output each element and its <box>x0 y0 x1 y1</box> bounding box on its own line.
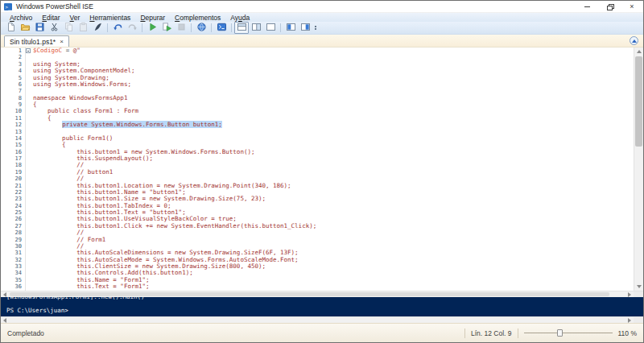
tab-close-icon[interactable]: × <box>60 39 64 45</box>
line-number: 32 <box>1 257 22 263</box>
run-script-button[interactable] <box>145 22 159 34</box>
collapse-script-pane-button[interactable] <box>630 36 638 45</box>
line-number: 29 <box>1 237 22 243</box>
start-powershell-button[interactable] <box>214 22 229 34</box>
script-pane-top-button[interactable] <box>234 22 249 34</box>
line-number: 24 <box>1 203 22 209</box>
paste-button[interactable] <box>76 22 90 34</box>
new-script-button[interactable] <box>3 22 18 34</box>
copy-icon <box>64 21 74 35</box>
code-text: this.Text = "Form1"; <box>33 283 150 290</box>
scroll-left-arrow-icon[interactable] <box>1 291 9 297</box>
code-line[interactable]: 29 // Form1 <box>1 237 634 243</box>
line-number: 7 <box>1 88 22 94</box>
toolbar-separator <box>211 23 212 32</box>
restore-button[interactable] <box>598 1 621 12</box>
code-line[interactable]: 36 this.Text = "Form1"; <box>1 283 634 290</box>
code-line[interactable]: 27 this.button1.Click += new System.Even… <box>1 223 634 229</box>
line-number: 15 <box>1 142 22 148</box>
new-remote-powershell-tab-icon <box>196 21 207 35</box>
code-line[interactable]: 2 <box>1 54 634 60</box>
run-selection-button[interactable] <box>159 22 174 34</box>
toolbar-separator <box>231 23 232 32</box>
cut-button[interactable] <box>47 22 61 34</box>
save-script-button[interactable] <box>32 22 47 34</box>
code-line[interactable]: 10 public class Form1 : Form <box>1 108 634 114</box>
line-number: 1 <box>1 48 22 54</box>
scroll-right-arrow-icon[interactable] <box>625 317 634 323</box>
line-number: 13 <box>1 129 22 135</box>
zoom-level: 110 % <box>618 329 637 337</box>
scroll-down-arrow-icon[interactable] <box>634 283 643 291</box>
undo-icon <box>113 21 123 35</box>
line-number: 22 <box>1 189 22 196</box>
toolbar-overflow-icon[interactable] <box>315 26 316 30</box>
open-script-button[interactable] <box>18 22 32 34</box>
scroll-up-arrow-icon[interactable] <box>634 48 643 56</box>
line-number: 4 <box>1 68 22 74</box>
redo-button[interactable] <box>125 22 139 34</box>
line-number: 16 <box>1 149 22 155</box>
stop-operation-icon <box>176 21 187 35</box>
script-editor[interactable]: 1$CodigoC = @"23using System;4using Syst… <box>1 48 643 291</box>
console-prompt[interactable]: PS C:\Users\juan> <box>6 307 68 314</box>
script-pane-maximized-button[interactable] <box>263 22 278 34</box>
clear-console-button[interactable] <box>90 22 105 34</box>
scroll-left-arrow-icon[interactable] <box>1 317 9 323</box>
paste-icon <box>78 21 89 35</box>
chevron-up-icon <box>632 39 637 43</box>
zoom-slider[interactable] <box>524 329 613 337</box>
close-button[interactable]: × <box>621 1 643 12</box>
line-number: 33 <box>1 263 22 270</box>
line-number: 31 <box>1 250 22 256</box>
toolbar-separator <box>280 23 281 32</box>
code-line[interactable]: 17 this.SuspendLayout(); <box>1 155 634 162</box>
new-remote-powershell-tab-button[interactable] <box>194 22 208 34</box>
editor-vertical-scrollbar[interactable] <box>634 48 643 291</box>
line-number: 9 <box>1 101 22 108</box>
line-number: 2 <box>1 54 22 60</box>
statusbar: Completado Lín. 12 Col. 9 110 % <box>1 323 643 342</box>
run-selection-icon <box>162 21 172 35</box>
code-line[interactable]: 8namespace WindowsFormsApp1 <box>1 95 634 101</box>
show-script-pane-button[interactable] <box>298 22 312 34</box>
stop-operation-button[interactable] <box>174 22 188 34</box>
copy-button[interactable] <box>61 22 76 34</box>
console-horizontal-scrollbar[interactable] <box>1 316 643 323</box>
editor-horizontal-scrollbar[interactable] <box>1 291 643 297</box>
line-number: 26 <box>1 216 22 222</box>
powershell-icon: >_ <box>4 3 12 10</box>
code-line[interactable]: 6using System.Windows.Forms; <box>1 81 634 88</box>
window-title: Windows PowerShell ISE <box>16 2 93 10</box>
scroll-right-arrow-icon[interactable] <box>625 291 634 297</box>
toolbar-separator <box>191 23 192 32</box>
save-script-icon <box>35 21 45 35</box>
vertical-scroll-thumb[interactable] <box>635 56 642 147</box>
code-line[interactable]: 12 private System.Windows.Forms.Button b… <box>1 122 634 128</box>
tab-sin-titulo1[interactable]: Sin título1.ps1* × <box>4 35 69 47</box>
code-text: $CodigoC = @" <box>33 48 80 54</box>
code-lines: 1$CodigoC = @"23using System;4using Syst… <box>1 48 634 291</box>
line-number: 12 <box>1 122 22 128</box>
show-command-window-button[interactable] <box>283 22 298 34</box>
line-number: 25 <box>1 209 22 216</box>
statusbar-divider <box>464 329 465 338</box>
clear-console-icon <box>93 21 103 35</box>
code-fold-collapse-icon[interactable] <box>26 48 31 53</box>
window-controls: × <box>576 1 643 12</box>
code-line[interactable]: 1$CodigoC = @" <box>1 48 634 54</box>
zoom-slider-thumb[interactable] <box>557 329 563 337</box>
open-script-icon <box>20 21 31 35</box>
line-number: 34 <box>1 270 22 276</box>
code-line[interactable]: 19 // button1 <box>1 169 634 176</box>
undo-button[interactable] <box>110 22 125 34</box>
script-pane-right-button[interactable] <box>249 22 263 34</box>
minimize-button[interactable] <box>576 1 598 12</box>
tabstrip: Sin título1.ps1* × <box>1 35 643 48</box>
horizontal-scroll-thumb[interactable] <box>10 292 609 296</box>
console-history-line: [WindowsFormsApp1.Form1]::new().Main() <box>6 297 145 300</box>
console-pane[interactable]: [WindowsFormsApp1.Form1]::new().Main() P… <box>1 297 643 316</box>
restore-icon <box>607 4 613 9</box>
code-line[interactable]: 14 public Form1() <box>1 135 634 142</box>
line-number: 36 <box>1 283 22 290</box>
